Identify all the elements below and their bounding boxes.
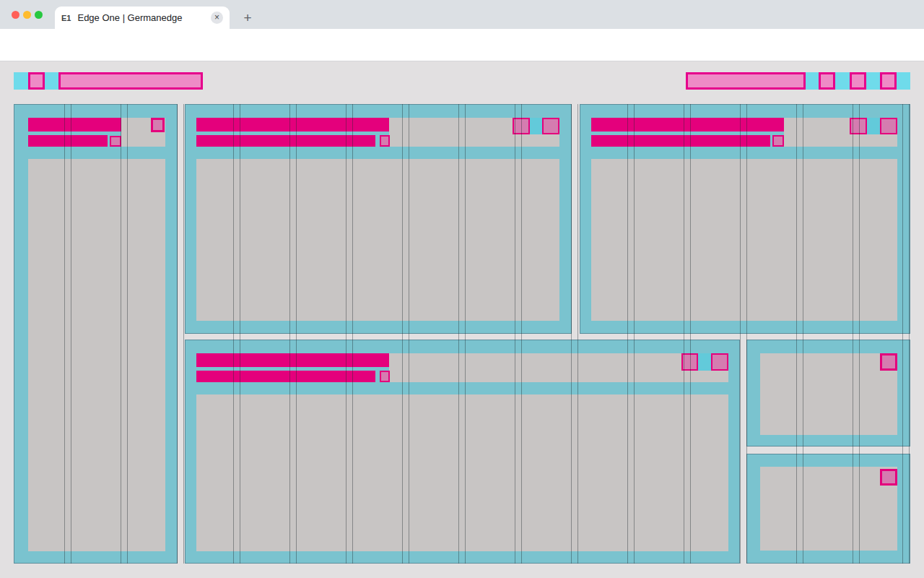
browser-titlebar: E1 Edge One | Germanedge × +	[0, 0, 924, 29]
widget-header-area	[389, 353, 728, 382]
widget-header-spacer	[867, 118, 880, 134]
header-logo-placeholder[interactable]	[58, 72, 203, 90]
widget-panel-bottom	[185, 340, 740, 564]
widget-subtitle-button[interactable]	[772, 135, 784, 147]
widget-panel-top-left	[185, 104, 572, 334]
header-strip-right-4	[897, 72, 910, 90]
widget-panel-top-right	[580, 104, 910, 334]
widget-header-button-2[interactable]	[880, 118, 897, 134]
widget-header-spacer	[530, 118, 542, 134]
window-minimize-button[interactable]	[23, 11, 31, 19]
widget-subtitle-placeholder	[196, 135, 375, 147]
window-controls	[12, 11, 43, 19]
header-strip-right-2	[835, 72, 850, 90]
browser-navbar: ← → ⟳ ☆ ⋮	[0, 29, 924, 61]
new-tab-button[interactable]: +	[239, 10, 256, 27]
widget-title-placeholder	[196, 118, 389, 131]
browser-tab[interactable]: E1 Edge One | Germanedge ×	[55, 7, 230, 29]
sidebar-panel	[14, 104, 178, 564]
widget-title-placeholder	[196, 353, 389, 367]
header-action-button-2[interactable]	[850, 72, 866, 90]
browser-window: E1 Edge One | Germanedge × + ← → ⟳ ☆ ⋮	[0, 0, 924, 578]
header-action-button-1[interactable]	[819, 72, 835, 90]
header-strip-left	[14, 72, 28, 90]
tab-title: Edge One | Germanedge	[77, 12, 211, 23]
widget-content-placeholder	[196, 159, 559, 321]
widget-header-button-1[interactable]	[850, 118, 867, 134]
widget-subtitle-placeholder	[196, 371, 375, 382]
widget-subtitle-button[interactable]	[380, 371, 390, 382]
widget-subtitle-placeholder	[591, 135, 770, 147]
widget-title-placeholder	[591, 118, 784, 131]
sidebar-header-button[interactable]	[151, 118, 165, 132]
side-panel-button[interactable]	[880, 353, 897, 371]
side-panel-button[interactable]	[880, 469, 897, 486]
window-close-button[interactable]	[12, 11, 19, 19]
header-search-placeholder[interactable]	[686, 72, 806, 90]
widget-header-button-1[interactable]	[513, 118, 530, 134]
side-panel-2	[746, 454, 910, 564]
side-panel-content-placeholder	[760, 467, 897, 551]
widget-header-button-2[interactable]	[711, 353, 728, 371]
side-panel-content-placeholder	[760, 353, 897, 435]
header-strip-left-2	[45, 72, 58, 90]
side-panel-1	[746, 340, 910, 447]
sidebar-content-placeholder	[28, 159, 165, 551]
window-zoom-button[interactable]	[35, 11, 43, 19]
tab-favicon: E1	[61, 14, 71, 22]
widget-subtitle-button[interactable]	[380, 135, 390, 147]
widget-content-placeholder	[196, 394, 728, 551]
sidebar-subtitle-placeholder	[28, 135, 108, 147]
widget-content-placeholder	[591, 159, 897, 321]
widget-header-button-2[interactable]	[542, 118, 559, 134]
sidebar-title-placeholder	[28, 118, 121, 131]
header-icon-button-placeholder[interactable]	[28, 72, 45, 90]
widget-header-button-1[interactable]	[681, 353, 698, 371]
header-strip-right-3	[866, 72, 880, 90]
tab-close-icon[interactable]: ×	[211, 12, 223, 24]
page-content	[0, 61, 924, 578]
grid-line	[183, 104, 184, 564]
widget-header-spacer	[698, 353, 711, 371]
header-action-button-3[interactable]	[880, 72, 897, 90]
sidebar-subtitle-button[interactable]	[110, 136, 121, 147]
header-strip-right-1	[806, 72, 819, 90]
